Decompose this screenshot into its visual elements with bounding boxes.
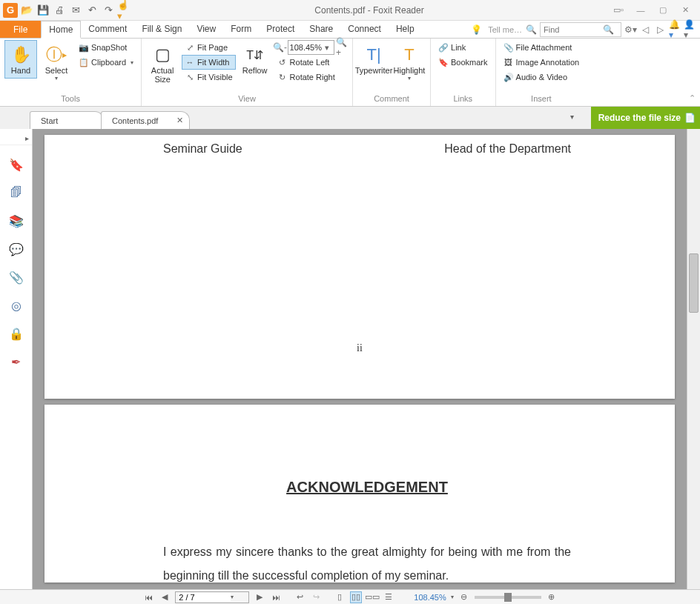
tab-connect[interactable]: Connect — [340, 21, 389, 38]
tab-comment[interactable]: Comment — [81, 21, 134, 38]
nav-prev-icon[interactable]: ◁ — [639, 24, 651, 36]
highlight-icon: T — [404, 44, 414, 66]
view-back-icon[interactable]: ↩ — [294, 591, 306, 603]
snapshot-button[interactable]: 📷SnapShot — [76, 40, 136, 55]
redo-icon[interactable]: ↷ — [101, 3, 116, 18]
tab-overflow-icon[interactable]: ▾ — [570, 113, 574, 121]
nav-next-icon[interactable]: ▷ — [654, 24, 666, 36]
first-page-icon[interactable]: ⏮ — [142, 591, 154, 603]
reduce-file-size-button[interactable]: Reduce the file size 📄 — [591, 107, 700, 129]
signatures-panel-icon[interactable]: ✒ — [7, 353, 25, 371]
page-field[interactable] — [179, 593, 231, 602]
clipboard-button[interactable]: 📋Clipboard▾ — [76, 55, 136, 70]
tab-view[interactable]: View — [189, 21, 223, 38]
find-box[interactable]: 🔍 — [540, 22, 621, 37]
tab-home[interactable]: Home — [41, 21, 81, 39]
fit-page-button[interactable]: ⤢Fit Page — [182, 40, 235, 55]
pages-panel-icon[interactable]: 🗐 — [7, 184, 25, 202]
find-icon[interactable]: 🔍 — [525, 24, 537, 36]
image-annotation-button[interactable]: 🖼Image Annotation — [501, 55, 583, 70]
pdf-page-3: ACKNOWLEDGEMENT I express my sincere tha… — [44, 405, 675, 583]
mail-icon[interactable]: ✉ — [68, 3, 83, 18]
tellme-text[interactable]: Tell me… — [488, 25, 522, 34]
rotate-right-button[interactable]: ↻Rotate Right — [274, 70, 348, 84]
tab-document[interactable]: Contents.pdf ✕ — [101, 111, 190, 129]
file-attachment-button[interactable]: 📎File Attachment — [501, 40, 583, 55]
actual-size-button[interactable]: ▢ Actual Size — [146, 40, 179, 87]
user-icon[interactable]: 👤▾ — [684, 24, 696, 36]
page-dropdown-icon[interactable]: ▾ — [231, 594, 234, 600]
find-input[interactable] — [544, 25, 603, 34]
main-area: ▸ 🔖 🗐 📚 💬 📎 ◎ 🔒 ✒ Seminar Guide Head of … — [0, 129, 700, 589]
scroll-thumb[interactable] — [689, 253, 699, 313]
fitpage-icon: ⤢ — [185, 42, 195, 53]
maximize-button[interactable]: ▢ — [654, 4, 672, 17]
select-tool[interactable]: Ⓘ▶ Select ▾ — [40, 40, 73, 85]
file-tab[interactable]: File — [0, 21, 41, 38]
bookmark-button[interactable]: 🔖Bookmark — [435, 55, 491, 70]
open-icon[interactable]: 📂 — [19, 3, 34, 18]
close-button[interactable]: ✕ — [676, 4, 694, 17]
zoom-readout[interactable]: 108.45% — [414, 593, 446, 602]
reflow-button[interactable]: T⇵ Reflow — [239, 40, 271, 79]
layers-panel-icon[interactable]: 📚 — [7, 212, 25, 230]
view-fwd-icon[interactable]: ↪ — [310, 591, 322, 603]
minimize-button[interactable]: — — [632, 4, 650, 17]
zoom-in-status-icon[interactable]: ⊕ — [546, 591, 558, 603]
tab-close-icon[interactable]: ✕ — [176, 116, 183, 125]
security-panel-icon[interactable]: 🔒 — [7, 325, 25, 342]
continuous-facing-icon[interactable]: ☰ — [383, 591, 394, 603]
ribbon-mode-icon[interactable]: ▭▫ — [610, 4, 627, 17]
select-icon: Ⓘ▶ — [46, 44, 67, 66]
next-page-icon[interactable]: ▶ — [254, 591, 265, 603]
attachments-panel-icon[interactable]: 📎 — [7, 268, 25, 286]
fit-width-button[interactable]: ↔Fit Width — [182, 55, 235, 70]
ribbon-collapse-icon[interactable]: ⌃ — [689, 93, 696, 103]
tab-share[interactable]: Share — [302, 21, 340, 38]
find-go-icon[interactable]: 🔍 — [603, 24, 614, 35]
bookmarks-panel-icon[interactable]: 🔖 — [7, 156, 25, 173]
fitwidth-icon: ↔ — [185, 57, 195, 67]
last-page-icon[interactable]: ⏭ — [270, 591, 282, 603]
zoom-combo[interactable]: 108.45% ▾ — [288, 40, 334, 55]
zoom-slider-thumb[interactable] — [504, 593, 512, 602]
connected-panel-icon[interactable]: ◎ — [7, 296, 25, 314]
page-view[interactable]: Seminar Guide Head of the Department ii … — [33, 129, 687, 589]
page-number: ii — [357, 342, 363, 354]
highlight-button[interactable]: T Highlight ▾ — [393, 40, 426, 85]
tab-start[interactable]: Start — [30, 111, 104, 129]
bulb-icon[interactable]: 💡 — [470, 24, 482, 36]
comments-panel-icon[interactable]: 💬 — [7, 240, 25, 258]
audio-video-button[interactable]: 🔊Audio & Video — [501, 70, 583, 84]
print-icon[interactable]: 🖨 — [52, 3, 67, 18]
zoom-menu-icon[interactable]: ▾ — [451, 594, 454, 600]
tab-protect[interactable]: Protect — [259, 21, 302, 38]
tab-fillsign[interactable]: Fill & Sign — [134, 21, 189, 38]
zoom-out-icon[interactable]: 🔍- — [274, 42, 286, 53]
hand-tool[interactable]: ✋ Hand — [4, 40, 37, 79]
sidebar-toggle[interactable]: ▸ — [0, 132, 32, 145]
zoom-in-icon[interactable]: 🔍+ — [336, 42, 348, 53]
prev-page-icon[interactable]: ◀ — [159, 591, 171, 603]
typewriter-button[interactable]: T| Typewriter — [357, 40, 390, 79]
rotate-left-button[interactable]: ↺Rotate Left — [274, 55, 348, 70]
continuous-icon[interactable]: ▯▯ — [350, 591, 362, 603]
bell-icon[interactable]: 🔔▾ — [669, 24, 681, 36]
gear-icon[interactable]: ⚙▾ — [624, 24, 636, 36]
tab-form[interactable]: Form — [223, 21, 259, 38]
fit-visible-button[interactable]: ⤡Fit Visible — [182, 70, 235, 84]
page-number-input[interactable]: ▾ — [175, 591, 249, 603]
save-icon[interactable]: 💾 — [36, 3, 50, 18]
zoom-slider[interactable] — [475, 596, 541, 599]
zoom-out-status-icon[interactable]: ⊖ — [458, 591, 470, 603]
zoom-dropdown-icon[interactable]: ▾ — [322, 43, 332, 53]
link-button[interactable]: 🔗Link — [435, 40, 491, 55]
single-page-icon[interactable]: ▯ — [334, 591, 346, 603]
ack-title: ACKNOWLEDGEMENT — [163, 479, 571, 496]
undo-icon[interactable]: ↶ — [85, 3, 99, 18]
tab-help[interactable]: Help — [389, 21, 422, 38]
hand-quick-icon[interactable]: ☝▾ — [117, 3, 132, 18]
group-view-label: View — [146, 93, 348, 104]
facing-icon[interactable]: ▭▭ — [366, 591, 378, 603]
vertical-scrollbar[interactable] — [687, 129, 700, 589]
